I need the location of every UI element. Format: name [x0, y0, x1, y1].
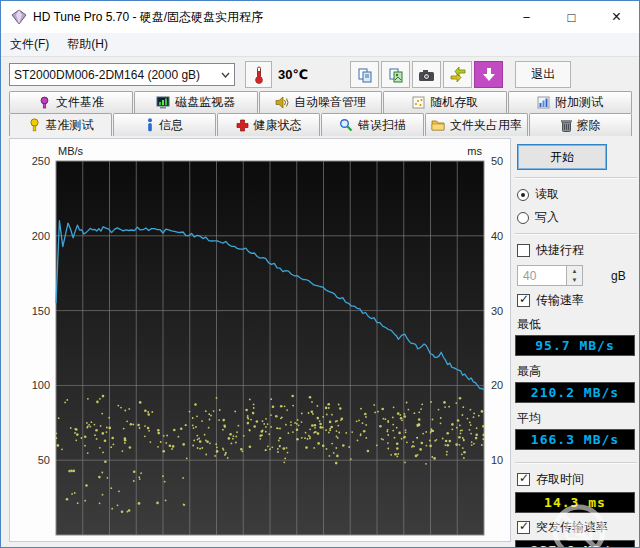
tab-disk-monitor[interactable]: 磁盘监视器 — [134, 91, 258, 113]
write-mode-option[interactable]: 写入 — [517, 209, 637, 226]
download-button[interactable] — [474, 61, 503, 88]
access-time-option[interactable]: 存取时间 — [517, 471, 637, 488]
svg-text:20: 20 — [491, 379, 503, 391]
spark-plug-yellow-icon — [28, 118, 41, 132]
short-stroke-value[interactable]: 40 — [517, 265, 567, 286]
svg-text:200: 200 — [32, 230, 50, 242]
access-time-checkbox[interactable] — [517, 473, 530, 486]
quantity-stepper[interactable]: ▲▼ — [567, 265, 583, 286]
svg-text:150: 150 — [32, 305, 50, 317]
disk-monitor-icon — [156, 96, 170, 109]
short-stroke-unit: gB — [611, 269, 626, 283]
temperature-button[interactable] — [245, 61, 272, 88]
health-cross-icon — [236, 119, 249, 132]
svg-text:40: 40 — [491, 230, 503, 242]
tab-row-secondary: 文件基准 磁盘监视器 自动噪音管理 随机存取 附加测试 — [9, 91, 633, 113]
max-value-display: 210.2 MB/s — [515, 382, 635, 403]
tab-info[interactable]: 信息 — [113, 113, 216, 136]
svg-text:ms: ms — [467, 145, 482, 157]
magnifier-icon — [339, 118, 353, 132]
transfer-rate-checkbox[interactable] — [517, 294, 530, 307]
menu-help[interactable]: 帮助(H) — [58, 33, 117, 56]
read-mode-option[interactable]: 读取 — [517, 186, 637, 203]
short-stroke-size: 40 ▲▼ gB — [517, 265, 637, 286]
download-arrow-icon — [482, 67, 496, 82]
short-stroke-option[interactable]: 快捷行程 — [517, 242, 637, 259]
svg-text:50: 50 — [38, 454, 50, 466]
speaker-icon — [275, 96, 289, 109]
separator — [515, 233, 637, 235]
tab-health[interactable]: 健康状态 — [217, 113, 320, 136]
close-button[interactable]: × — [594, 1, 639, 33]
extra-tests-chart-icon — [537, 96, 550, 109]
separator — [515, 462, 637, 464]
screenshot-button[interactable] — [412, 61, 441, 88]
transfer-rate-option[interactable]: 传输速率 — [517, 292, 637, 309]
avg-label: 平均 — [517, 410, 637, 427]
menu-file[interactable]: 文件(F) — [1, 33, 58, 56]
menu-bar: 文件(F) 帮助(H) — [1, 33, 639, 57]
svg-text:100: 100 — [32, 379, 50, 391]
tab-row-primary: 基准测试 信息 健康状态 错误扫描 文件夹占用率 — [9, 113, 633, 136]
short-stroke-checkbox[interactable] — [517, 244, 530, 257]
temperature-value: 30℃ — [278, 67, 308, 82]
min-value-display: 95.7 MB/s — [515, 335, 635, 356]
exit-button[interactable]: 退出 — [515, 61, 571, 88]
drive-name: ST2000DM006-2DM164 (2000 gB) — [14, 68, 200, 82]
burst-rate-option[interactable]: 突发传输速率 — [517, 519, 637, 536]
burst-rate-checkbox[interactable] — [517, 521, 530, 534]
info-icon — [146, 118, 154, 132]
start-button[interactable]: 开始 — [517, 144, 607, 170]
screenshot-camera-icon — [418, 68, 435, 82]
folder-icon — [431, 119, 445, 131]
copy-text-icon — [357, 67, 373, 83]
save-results-icon — [450, 67, 466, 82]
tab-benchmark[interactable]: 基准测试 — [9, 113, 112, 136]
tab-extra-tests[interactable]: 附加测试 — [508, 91, 632, 113]
chevron-down-icon — [221, 72, 230, 78]
stepper-down-icon[interactable]: ▼ — [567, 276, 582, 286]
svg-text:10: 10 — [491, 454, 503, 466]
svg-text:MB/s: MB/s — [58, 145, 84, 157]
access-time-display: 14.3 ms — [515, 492, 635, 513]
svg-text:50: 50 — [491, 155, 503, 167]
benchmark-chart-panel: 250200150100505040302010MB/sms — [9, 138, 511, 542]
write-radio[interactable] — [517, 212, 529, 224]
stepper-up-icon[interactable]: ▲ — [567, 266, 582, 276]
tab-aam[interactable]: 自动噪音管理 — [259, 91, 383, 113]
spark-plug-purple-icon — [38, 96, 51, 109]
tab-erase[interactable]: 擦除 — [529, 113, 632, 136]
benchmark-controls: 开始 读取 写入 快捷行程 40 ▲▼ gB 传输速率 最低 95.7 MB/s… — [515, 141, 637, 541]
app-window: HD Tune Pro 5.70 - 硬盘/固态硬盘实用程序 − □ × 文件(… — [0, 0, 640, 548]
save-results-button[interactable] — [443, 61, 472, 88]
copy-image-button[interactable] — [381, 61, 410, 88]
minimize-button[interactable]: − — [504, 1, 549, 33]
max-label: 最高 — [517, 363, 637, 380]
copy-image-icon — [388, 67, 404, 83]
separator — [515, 177, 637, 179]
svg-text:30: 30 — [491, 305, 503, 317]
svg-text:250: 250 — [32, 155, 50, 167]
trash-icon — [561, 119, 572, 132]
drive-select-dropdown[interactable]: ST2000DM006-2DM164 (2000 gB) — [9, 63, 235, 86]
app-icon — [11, 9, 27, 25]
tab-error-scan[interactable]: 错误扫描 — [321, 113, 424, 136]
burst-rate-display: 237.6 MB/s — [515, 540, 635, 548]
toolbar: ST2000DM006-2DM164 (2000 gB) 30℃ — [1, 58, 639, 91]
thermometer-icon — [254, 66, 264, 84]
tab-random-access[interactable]: 随机存取 — [383, 91, 507, 113]
avg-value-display: 166.3 MB/s — [515, 429, 635, 450]
tab-file-benchmark[interactable]: 文件基准 — [9, 91, 133, 113]
maximize-button[interactable]: □ — [549, 1, 594, 33]
tab-folder-usage[interactable]: 文件夹占用率 — [425, 113, 528, 136]
copy-text-button[interactable] — [350, 61, 379, 88]
read-radio[interactable] — [517, 189, 529, 201]
scatter-icon — [412, 96, 425, 109]
title-bar: HD Tune Pro 5.70 - 硬盘/固态硬盘实用程序 − □ × — [1, 1, 639, 33]
benchmark-chart: 250200150100505040302010MB/sms — [10, 139, 510, 541]
min-label: 最低 — [517, 316, 637, 333]
window-title: HD Tune Pro 5.70 - 硬盘/固态硬盘实用程序 — [33, 9, 263, 26]
